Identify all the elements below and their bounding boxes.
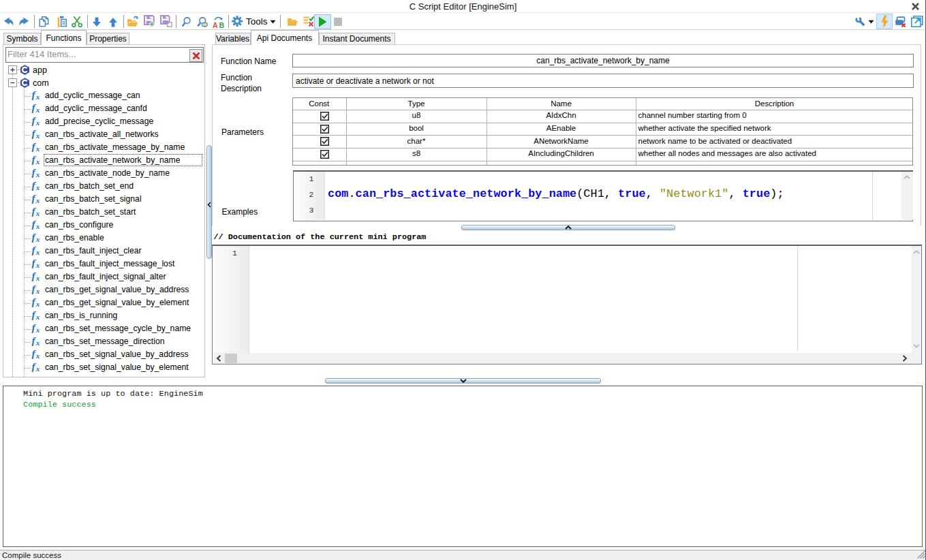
svg-text:B: B bbox=[219, 21, 225, 29]
svg-text:A: A bbox=[213, 21, 218, 29]
